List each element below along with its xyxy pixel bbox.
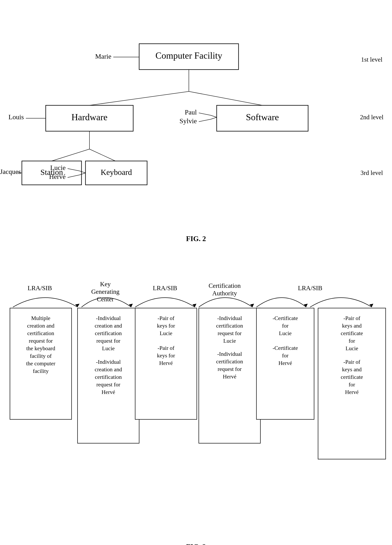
svg-text:Hervé: Hervé bbox=[159, 360, 173, 366]
svg-text:-Pair of: -Pair of bbox=[158, 315, 174, 321]
arc4-arrow bbox=[250, 304, 254, 307]
svg-text:-Individual: -Individual bbox=[217, 315, 242, 321]
svg-line-6 bbox=[199, 119, 211, 122]
jacques-label: Jacques bbox=[0, 168, 21, 175]
svg-text:Lucie: Lucie bbox=[102, 345, 115, 351]
svg-text:Hervé: Hervé bbox=[223, 373, 236, 380]
louis-label: Louis bbox=[9, 113, 24, 121]
svg-text:request for: request for bbox=[96, 381, 120, 388]
sylvie-label: Sylvie bbox=[180, 117, 197, 125]
lra-sib-3-header: LRA/SIB bbox=[298, 285, 323, 291]
svg-text:for: for bbox=[282, 322, 289, 329]
svg-text:-Pair of: -Pair of bbox=[343, 359, 360, 365]
fig2-diagram: 1st level 2nd level 3rd level Computer F… bbox=[0, 16, 392, 254]
svg-text:certification: certification bbox=[216, 322, 243, 329]
arc6 bbox=[310, 298, 372, 307]
herve-label2: Hervé bbox=[49, 173, 66, 180]
svg-text:request for: request for bbox=[218, 330, 242, 336]
svg-text:creation and: creation and bbox=[95, 322, 122, 329]
svg-line-11 bbox=[89, 149, 115, 161]
lucie-label: Lucie bbox=[50, 164, 66, 171]
lra-sib-1-header: LRA/SIB bbox=[28, 285, 52, 291]
svg-text:request for: request for bbox=[96, 338, 120, 344]
svg-line-2 bbox=[89, 91, 189, 105]
svg-text:-Individual: -Individual bbox=[96, 359, 121, 365]
key-gen-header-3: Center bbox=[97, 296, 114, 303]
svg-text:certification: certification bbox=[216, 358, 243, 365]
arc2-arrow bbox=[129, 304, 133, 307]
level2-label: 2nd level bbox=[360, 113, 383, 121]
svg-text:-Individual: -Individual bbox=[96, 315, 121, 321]
cert-auth-header-2: Authority bbox=[212, 290, 237, 297]
paul-label: Paul bbox=[185, 109, 197, 116]
key-gen-header-2: Generating bbox=[91, 288, 119, 295]
svg-text:creation and: creation and bbox=[95, 366, 122, 372]
svg-text:Lucie: Lucie bbox=[345, 345, 358, 351]
arc5-arrow bbox=[304, 304, 308, 307]
computer-facility-label: Computer Facility bbox=[156, 50, 222, 61]
arc1-arrow bbox=[75, 304, 80, 307]
fig3-caption: FIG. 3 bbox=[0, 543, 392, 545]
svg-line-10 bbox=[52, 149, 89, 161]
svg-text:the computer: the computer bbox=[26, 360, 56, 366]
svg-text:-Pair of: -Pair of bbox=[158, 345, 174, 351]
keyboard-label: Keyboard bbox=[101, 168, 132, 177]
arc1 bbox=[13, 298, 78, 307]
cert-auth-header-1: Certification bbox=[209, 282, 241, 289]
svg-text:certificate: certificate bbox=[341, 330, 363, 336]
marie-label: Marie bbox=[95, 53, 111, 60]
svg-text:Hervé: Hervé bbox=[279, 360, 292, 366]
fig3-svg: LRA/SIB Key Generating Center LRA/SIB Ce… bbox=[0, 278, 392, 545]
fig2-svg: 1st level 2nd level 3rd level Computer F… bbox=[0, 16, 392, 254]
svg-text:certification: certification bbox=[95, 330, 122, 336]
svg-line-8 bbox=[211, 117, 217, 119]
svg-text:for: for bbox=[349, 338, 355, 344]
svg-text:Hervé: Hervé bbox=[102, 389, 115, 395]
arc6-arrow bbox=[369, 304, 373, 307]
arc4 bbox=[199, 298, 252, 307]
svg-text:creation and: creation and bbox=[27, 322, 55, 329]
arc3-arrow bbox=[193, 304, 196, 307]
svg-text:facility: facility bbox=[33, 368, 49, 374]
svg-text:the keyboard: the keyboard bbox=[26, 345, 55, 351]
key-gen-header-1: Key bbox=[100, 280, 111, 288]
svg-text:-Individual: -Individual bbox=[217, 351, 242, 357]
arc3 bbox=[135, 298, 195, 307]
svg-text:Hervé: Hervé bbox=[345, 389, 359, 395]
fig2-caption: FIG. 2 bbox=[0, 235, 392, 243]
svg-text:certification: certification bbox=[95, 374, 122, 380]
svg-text:certificate: certificate bbox=[341, 374, 363, 380]
svg-text:request for: request for bbox=[29, 338, 53, 344]
svg-text:Lucie: Lucie bbox=[160, 330, 172, 336]
svg-text:keys and: keys and bbox=[342, 366, 362, 372]
svg-text:-Certificate: -Certificate bbox=[273, 315, 298, 321]
arc5 bbox=[256, 298, 306, 307]
level3-label: 3rd level bbox=[361, 169, 383, 176]
svg-text:certification: certification bbox=[27, 330, 54, 336]
box1-text: Multiple bbox=[31, 315, 50, 321]
svg-text:for: for bbox=[282, 353, 289, 359]
svg-text:Lucie: Lucie bbox=[279, 330, 292, 336]
svg-text:-Pair of: -Pair of bbox=[343, 315, 360, 321]
svg-line-5 bbox=[199, 113, 211, 115]
level1-label: 1st level bbox=[361, 56, 382, 63]
svg-text:keys for: keys for bbox=[157, 322, 175, 329]
svg-text:for: for bbox=[349, 381, 355, 388]
svg-text:facility of: facility of bbox=[30, 353, 52, 359]
svg-line-3 bbox=[189, 91, 262, 105]
svg-text:request for: request for bbox=[218, 366, 242, 372]
svg-text:Lucie: Lucie bbox=[223, 338, 236, 344]
svg-text:keys for: keys for bbox=[157, 353, 175, 359]
svg-line-7 bbox=[211, 115, 217, 117]
svg-text:-Certificate: -Certificate bbox=[273, 345, 298, 351]
svg-text:keys and: keys and bbox=[342, 322, 362, 329]
hardware-label: Hardware bbox=[71, 112, 107, 122]
lra-sib-2-header: LRA/SIB bbox=[153, 285, 177, 291]
software-label: Software bbox=[246, 112, 279, 122]
fig3-diagram: LRA/SIB Key Generating Center LRA/SIB Ce… bbox=[0, 278, 392, 545]
